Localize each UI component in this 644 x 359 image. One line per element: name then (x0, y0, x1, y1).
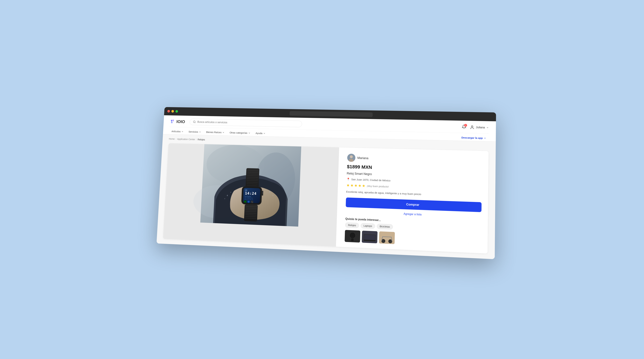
user-chevron-icon (486, 126, 489, 129)
tag-laptops[interactable]: Laptops (360, 223, 375, 229)
suggestion-img-1[interactable] (345, 230, 360, 242)
nav-item-bienes-raices[interactable]: Bienes Raíces (204, 129, 227, 135)
svg-point-0 (171, 122, 172, 123)
nav-item-ayuda[interactable]: Ayuda (253, 130, 268, 136)
minimize-button[interactable] (172, 110, 174, 112)
svg-rect-55 (351, 238, 354, 241)
svg-line-2 (195, 122, 196, 123)
svg-point-3 (472, 125, 473, 127)
notification-badge: 2 (464, 124, 467, 127)
ayuda-chevron-icon (263, 132, 266, 134)
svg-point-54 (349, 232, 356, 238)
tag-bicicletas[interactable]: Bicicletas (377, 224, 393, 229)
svg-rect-58 (364, 234, 376, 240)
tag-relojes[interactable]: Relojes (345, 222, 359, 228)
breadcrumb-home[interactable]: Home (169, 137, 175, 140)
product-image-section: 22 14:24 Guringham 1st Benefits Max:20 M… (163, 143, 339, 247)
svg-text:⟳: ⟳ (248, 201, 249, 203)
stars: ★ ★ ★ ★ ★ (346, 183, 366, 188)
star-half: ★ (362, 184, 366, 188)
star-2: ★ (350, 183, 354, 188)
notification-button[interactable]: 2 (462, 124, 466, 130)
download-chevron-icon (484, 137, 486, 139)
buy-button[interactable]: Comprar (346, 197, 482, 212)
svg-rect-33 (262, 191, 263, 194)
svg-text:↩: ↩ (244, 201, 246, 202)
nav-item-servicios[interactable]: Servicios (186, 129, 204, 135)
svg-rect-35 (244, 204, 258, 221)
product-info: Mariana $1899 MXN Reloj Smart Negro 📍 Sa… (341, 147, 489, 253)
breadcrumb-application-center[interactable]: Application Center (177, 138, 195, 141)
location-text: San Juan 1870, Ciudad de México (351, 178, 390, 182)
nav-item-otras-categorias[interactable]: Otras categorías (227, 129, 253, 136)
user-icon (470, 125, 474, 130)
servicios-chevron-icon (199, 131, 201, 133)
logo[interactable]: IOIO (170, 118, 185, 124)
search-icon (193, 120, 196, 123)
close-button[interactable] (167, 110, 170, 112)
suggestions-section: Quizás te pueda interesar... Relojes Lap… (345, 217, 481, 248)
download-app-button[interactable]: Descargar la app (459, 134, 489, 141)
header-actions: 2 Juliana (462, 124, 489, 130)
breadcrumb-current: Relojes (198, 138, 205, 141)
watch-illustration: 22 14:24 Guringham 1st Benefits Max:20 M… (164, 143, 339, 228)
nav-item-articulos[interactable]: Artículos (169, 128, 186, 134)
articulos-chevron-icon (181, 130, 184, 133)
product-layout: 22 14:24 Guringham 1st Benefits Max:20 M… (163, 143, 488, 253)
svg-rect-59 (379, 231, 395, 244)
user-area[interactable]: Juliana (470, 125, 489, 130)
svg-rect-34 (262, 194, 263, 195)
maximize-button[interactable] (176, 110, 178, 112)
suggestion-images (345, 230, 481, 248)
seller-avatar (347, 154, 356, 162)
suggestion-img-3[interactable] (379, 231, 395, 244)
bienes-chevron-icon (222, 131, 224, 134)
rating-label: ¡Muy buen producto! (367, 185, 389, 188)
seller-row: Mariana (347, 154, 482, 165)
seller-avatar-image (347, 154, 356, 162)
star-3: ★ (354, 183, 358, 188)
url-bar[interactable] (290, 111, 373, 117)
logo-icon (170, 118, 176, 124)
location-pin-icon: 📍 (346, 177, 350, 181)
breadcrumb-sep-1: / (176, 138, 176, 140)
svg-text:Max:20 Min:9: Max:20 Min:9 (245, 199, 253, 200)
svg-text:1st Benefits: 1st Benefits (245, 197, 253, 199)
svg-rect-8 (246, 168, 260, 188)
product-image: 22 14:24 Guringham 1st Benefits Max:20 M… (163, 143, 339, 247)
svg-text:📞: 📞 (252, 201, 254, 203)
otras-chevron-icon (248, 132, 250, 134)
page-content: Home / Application Center / Relojes (156, 134, 496, 259)
svg-text:14:24: 14:24 (245, 191, 256, 196)
breadcrumb-sep-2: / (196, 138, 197, 141)
svg-text:Guringham: Guringham (245, 196, 251, 197)
suggestion-img-2[interactable] (362, 230, 378, 243)
search-bar[interactable] (190, 118, 302, 127)
browser-window: IOIO 2 (156, 107, 496, 259)
star-1: ★ (346, 183, 350, 188)
user-name: Juliana (476, 126, 485, 129)
product-price: $1899 MXN (347, 164, 482, 173)
search-input[interactable] (197, 120, 298, 125)
seller-name: Mariana (358, 156, 368, 160)
star-4: ★ (358, 184, 362, 188)
